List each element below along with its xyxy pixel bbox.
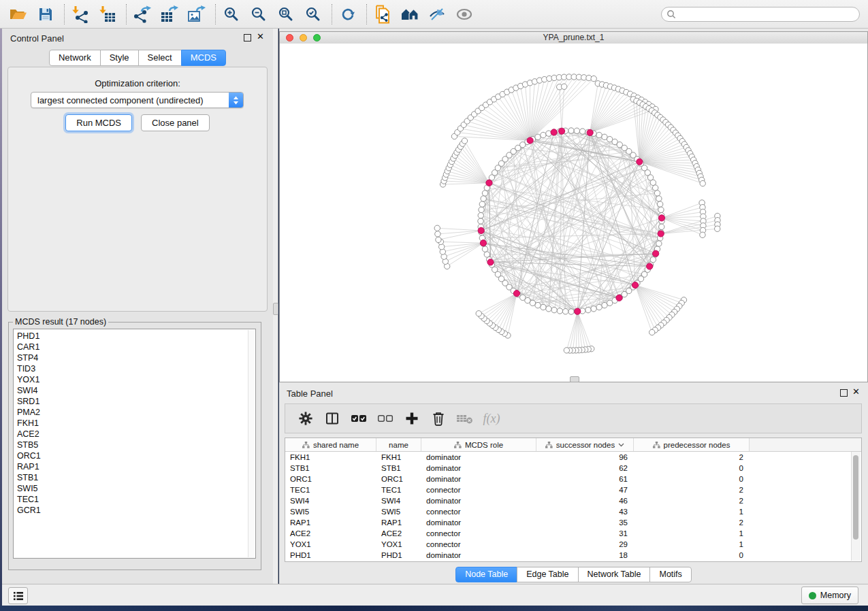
table-cell[interactable]: dominator xyxy=(421,463,536,474)
mcds-result-item[interactable]: ORC1 xyxy=(17,450,255,461)
table-cell[interactable]: ACE2 xyxy=(376,528,421,539)
table-cell[interactable]: SWI5 xyxy=(376,506,421,517)
table-row[interactable]: RAP1RAP1dominator352 xyxy=(285,517,861,528)
show-eye-icon[interactable] xyxy=(454,4,475,24)
network-node[interactable] xyxy=(478,212,483,218)
delete-column-trash-icon[interactable] xyxy=(427,410,450,427)
zoom-fit-icon[interactable] xyxy=(276,4,296,24)
refresh-view-icon[interactable] xyxy=(338,4,358,24)
network-node[interactable] xyxy=(562,309,568,314)
network-node[interactable] xyxy=(700,232,705,237)
mcds-result-item[interactable]: TEC1 xyxy=(17,494,255,505)
mcds-result-item[interactable]: ACE2 xyxy=(17,429,255,440)
network-node[interactable] xyxy=(482,246,487,252)
float-panel-icon[interactable] xyxy=(244,34,251,42)
horizontal-splitter-handle[interactable] xyxy=(570,376,579,382)
network-node[interactable] xyxy=(480,240,486,246)
network-node[interactable] xyxy=(487,259,494,265)
table-cell[interactable]: connector xyxy=(421,506,536,517)
table-cell[interactable]: PHD1 xyxy=(376,550,421,561)
mcds-result-item[interactable]: PMA2 xyxy=(17,407,255,418)
close-table-panel-icon[interactable]: ✕ xyxy=(852,387,860,397)
network-node[interactable] xyxy=(486,180,492,186)
table-row[interactable]: TEC1TEC1connector472 xyxy=(285,484,861,495)
network-node[interactable] xyxy=(587,129,593,135)
network-node[interactable] xyxy=(632,282,638,288)
network-home-icon[interactable] xyxy=(400,4,420,24)
table-row[interactable]: STB1STB1dominator620 xyxy=(285,463,861,474)
column-header-successor-nodes[interactable]: successor nodes xyxy=(536,438,634,451)
node-table[interactable]: shared namenameMCDS rolesuccessor nodesp… xyxy=(285,437,862,562)
import-table-icon[interactable] xyxy=(97,4,118,24)
network-node[interactable] xyxy=(659,224,664,229)
table-cell[interactable]: TEC1 xyxy=(376,484,421,495)
table-cell[interactable]: connector xyxy=(421,484,536,495)
table-scrollbar-thumb[interactable] xyxy=(853,455,858,540)
mcds-result-item[interactable]: GCR1 xyxy=(17,505,255,516)
network-node[interactable] xyxy=(434,225,440,231)
search-field[interactable] xyxy=(661,7,860,22)
mcds-result-item[interactable]: PHD1 xyxy=(17,331,255,342)
tab-mcds[interactable]: MCDS xyxy=(181,50,226,66)
table-cell[interactable]: SWI5 xyxy=(285,506,376,517)
tab-edge-table[interactable]: Edge Table xyxy=(517,567,578,582)
table-cell[interactable]: 31 xyxy=(536,528,634,539)
table-cell[interactable]: 43 xyxy=(536,506,634,517)
float-table-panel-icon[interactable] xyxy=(840,389,848,397)
table-cell[interactable]: ORC1 xyxy=(285,474,376,484)
network-node[interactable] xyxy=(649,329,655,335)
table-cell[interactable]: FKH1 xyxy=(285,452,376,463)
mcds-result-item[interactable]: STP4 xyxy=(17,352,255,363)
network-node[interactable] xyxy=(479,207,484,212)
tab-motifs[interactable]: Motifs xyxy=(649,567,691,582)
table-cell[interactable]: 2 xyxy=(634,484,750,495)
network-node[interactable] xyxy=(541,132,546,137)
network-node[interactable] xyxy=(478,227,484,233)
mcds-result-list[interactable]: PHD1CAR1STP4TID3YOX1SWI4SRD1PMA2FKH1ACE2… xyxy=(13,329,256,559)
tab-network[interactable]: Network xyxy=(49,50,101,66)
tab-node-table[interactable]: Node Table xyxy=(455,567,517,582)
network-node[interactable] xyxy=(654,191,660,196)
export-image-icon[interactable] xyxy=(187,4,207,24)
run-mcds-button[interactable]: Run MCDS xyxy=(65,114,132,131)
network-node[interactable] xyxy=(658,207,664,212)
table-cell[interactable]: dominator xyxy=(421,452,536,463)
column-layout-icon[interactable] xyxy=(321,410,344,427)
tab-network-table[interactable]: Network Table xyxy=(578,567,651,582)
table-cell[interactable]: 2 xyxy=(634,495,750,506)
table-row[interactable]: SWI4SWI4dominator462 xyxy=(285,495,861,506)
mcds-result-item[interactable]: TID3 xyxy=(17,363,255,374)
table-cell[interactable]: dominator xyxy=(421,495,536,506)
network-node[interactable] xyxy=(484,252,489,257)
table-cell[interactable]: dominator xyxy=(421,517,536,528)
network-node[interactable] xyxy=(657,201,662,207)
network-node[interactable] xyxy=(535,302,541,308)
table-cell[interactable]: FKH1 xyxy=(376,452,421,463)
task-history-button[interactable] xyxy=(8,587,28,604)
table-cell[interactable]: 29 xyxy=(536,539,634,550)
network-node[interactable] xyxy=(658,231,664,237)
table-cell[interactable]: SWI4 xyxy=(285,495,376,506)
network-node[interactable] xyxy=(481,196,486,201)
mcds-result-item[interactable]: CAR1 xyxy=(17,342,255,352)
table-cell[interactable]: 46 xyxy=(536,495,634,506)
network-graph[interactable] xyxy=(280,44,868,382)
network-node[interactable] xyxy=(607,300,612,306)
table-row[interactable]: ORC1ORC1dominator610 xyxy=(285,474,861,484)
network-node[interactable] xyxy=(478,218,483,224)
network-node[interactable] xyxy=(558,128,564,134)
table-cell[interactable]: 96 xyxy=(536,452,634,463)
network-node[interactable] xyxy=(476,311,481,316)
table-cell[interactable]: 62 xyxy=(536,463,634,474)
network-node[interactable] xyxy=(596,132,602,137)
mcds-result-item[interactable]: SWI4 xyxy=(17,385,255,396)
network-node[interactable] xyxy=(656,241,662,246)
table-cell[interactable]: 1 xyxy=(634,539,750,550)
table-cell[interactable]: YOX1 xyxy=(285,539,376,550)
mcds-result-item[interactable]: STB1 xyxy=(17,472,255,483)
table-row[interactable]: FKH1FKH1dominator962 xyxy=(285,452,861,463)
network-node[interactable] xyxy=(462,138,467,144)
table-cell[interactable]: 18 xyxy=(536,550,634,561)
network-node[interactable] xyxy=(637,159,643,165)
mcds-list-scrollbar[interactable] xyxy=(248,330,255,557)
